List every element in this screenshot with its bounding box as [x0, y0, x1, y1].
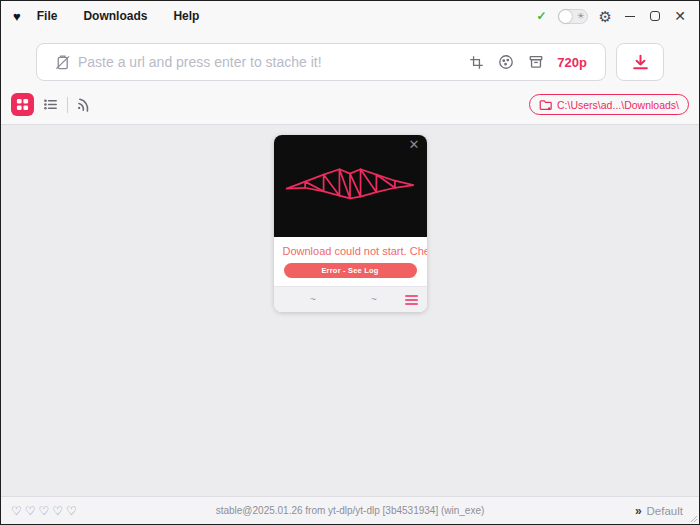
heart-icon[interactable]: ♡ — [11, 505, 22, 517]
profile-chevrons-icon: » — [635, 505, 642, 517]
list-icon — [43, 97, 58, 112]
update-check-icon: ✓ — [536, 9, 546, 23]
card-thumbnail: ✕ — [274, 135, 427, 237]
minimize-icon — [625, 16, 635, 17]
resize-grip[interactable] — [689, 514, 698, 523]
settings-gear-icon[interactable]: ⚙ — [599, 9, 612, 24]
search-row: 720p — [1, 31, 699, 91]
download-button[interactable] — [616, 43, 664, 81]
card-footer: ~ ~ — [274, 286, 427, 312]
download-icon — [631, 53, 650, 72]
theme-toggle[interactable]: ☀ — [558, 9, 588, 24]
app-window: ♥ File Downloads Help ✓ ☀ ⚙ ✕ — [0, 0, 700, 525]
menu-downloads[interactable]: Downloads — [83, 9, 147, 23]
app-logo-heart-icon: ♥ — [13, 10, 21, 23]
download-card: ✕ Download could not start. Che... Error… — [274, 135, 427, 312]
menu-file[interactable]: File — [37, 9, 58, 23]
toolbar-separator — [67, 97, 68, 113]
sun-icon: ☀ — [576, 10, 584, 23]
grid-view-button[interactable] — [11, 93, 34, 116]
heart-icon[interactable]: ♡ — [66, 505, 77, 517]
list-view-button[interactable] — [43, 97, 58, 112]
profile-name-label: Default — [647, 505, 683, 517]
heart-icon[interactable]: ♡ — [39, 505, 50, 517]
heart-rating-icons[interactable]: ♡♡♡♡♡ — [11, 505, 77, 517]
downloads-area: ✕ Download could not start. Che... Error… — [1, 125, 699, 496]
ytdlp-version-label: stable@2025.01.26 from yt-dlp/yt-dlp [3b… — [1, 505, 699, 516]
paste-disabled-icon — [54, 54, 71, 71]
error-see-log-button[interactable]: Error - See Log — [284, 263, 417, 278]
maximize-icon — [650, 11, 660, 21]
view-toolbar: C:\Users\ad...\Downloads\ — [1, 91, 699, 124]
cookie-icon[interactable] — [498, 54, 514, 70]
url-input[interactable] — [78, 54, 462, 70]
minimize-button[interactable] — [623, 9, 637, 23]
statusbar: ♡♡♡♡♡ stable@2025.01.26 from yt-dlp/yt-d… — [1, 496, 699, 524]
archive-icon[interactable] — [528, 54, 544, 70]
card-meta-right: ~ — [344, 294, 405, 305]
crop-icon[interactable] — [469, 55, 484, 70]
stacher-mustache-logo — [284, 162, 416, 210]
heart-icon[interactable]: ♡ — [52, 505, 63, 517]
toggle-knob — [559, 10, 572, 23]
quality-selector[interactable]: 720p — [557, 55, 587, 70]
download-folder-button[interactable]: C:\Users\ad...\Downloads\ — [529, 94, 689, 115]
folder-icon — [539, 99, 552, 111]
subscriptions-rss-button[interactable] — [76, 96, 94, 114]
close-icon: ✕ — [674, 9, 686, 23]
profile-selector[interactable]: » Default — [635, 505, 689, 517]
titlebar: ♥ File Downloads Help ✓ ☀ ⚙ ✕ — [1, 1, 699, 31]
url-input-container[interactable]: 720p — [36, 43, 606, 81]
card-close-icon[interactable]: ✕ — [409, 138, 420, 151]
maximize-button[interactable] — [648, 9, 662, 23]
card-menu-icon[interactable] — [405, 295, 418, 305]
grid-icon — [16, 98, 29, 111]
download-path-label: C:\Users\ad...\Downloads\ — [557, 99, 679, 111]
card-meta-left: ~ — [283, 294, 344, 305]
card-error-message: Download could not start. Che... — [274, 237, 427, 263]
close-button[interactable]: ✕ — [673, 9, 687, 23]
menu-help[interactable]: Help — [173, 9, 199, 23]
heart-icon[interactable]: ♡ — [25, 505, 36, 517]
rss-icon — [76, 96, 94, 114]
